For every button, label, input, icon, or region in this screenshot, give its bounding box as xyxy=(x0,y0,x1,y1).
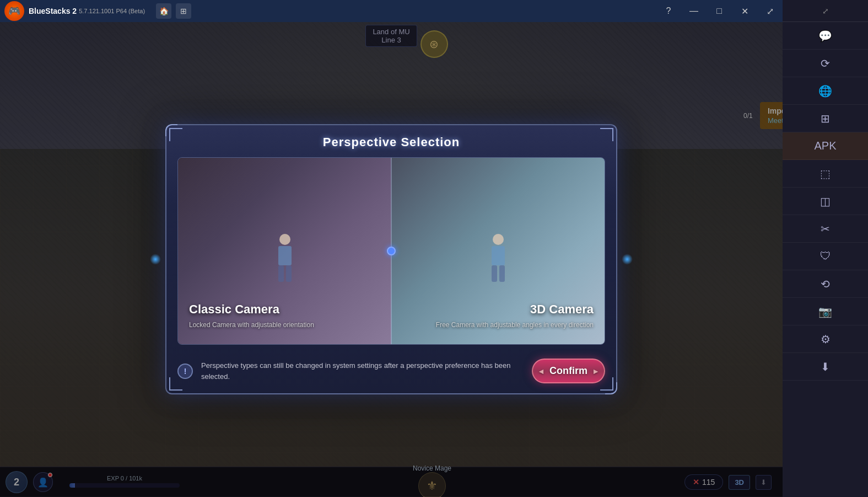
3d-camera-character xyxy=(476,234,520,300)
char-head-r xyxy=(493,234,504,245)
maximize-button[interactable]: □ xyxy=(707,0,732,22)
char-figure-left xyxy=(268,234,301,289)
3d-camera-option[interactable]: 3D Camera Free Camera with adjustable an… xyxy=(391,158,605,344)
char-legs-r xyxy=(482,265,515,282)
char-figure-right xyxy=(482,234,515,289)
sidebar-apk-button[interactable]: APK xyxy=(783,132,868,160)
sidebar-shield-button[interactable]: 🛡 xyxy=(783,243,868,270)
right-sidebar: ⤢ 💬 ⟳ 🌐 ⊞ APK ⬚ ◫ ✂ 🛡 ⟲ 📷 ⚙ ⬇ xyxy=(783,0,868,497)
corner-bracket-tr xyxy=(600,128,613,141)
sidebar-restore-button[interactable]: ⟲ xyxy=(783,270,868,298)
char-body-r xyxy=(492,246,505,265)
dialog-title: Perspective Selection xyxy=(166,125,616,157)
sidebar-chat-button[interactable]: 💬 xyxy=(783,22,868,50)
corner-bracket-br xyxy=(600,377,613,391)
close-button[interactable]: ✕ xyxy=(732,0,757,22)
titlebar: 🎮 BlueStacks 2 5.7.121.1001 P64 (Beta) 🏠… xyxy=(0,0,783,22)
titlebar-nav: 🏠 ⊞ xyxy=(156,3,191,19)
classic-camera-option[interactable]: Classic Camera Locked Camera with adjust… xyxy=(178,158,391,344)
sidebar-layers-button[interactable]: ◫ xyxy=(783,188,868,215)
sidebar-refresh-button[interactable]: ⟳ xyxy=(783,50,868,77)
dialog-footer: ! Perspective types can still be changed… xyxy=(166,353,616,393)
sidebar-camera-button[interactable]: 📷 xyxy=(783,298,868,325)
char-legs xyxy=(268,265,301,282)
home-button[interactable]: 🏠 xyxy=(156,3,171,19)
sidebar-settings-button[interactable]: ⚙ xyxy=(783,325,868,353)
classic-camera-character xyxy=(263,234,307,300)
titlebar-controls: ? — □ ✕ ⤢ xyxy=(656,0,783,22)
camera-divider xyxy=(391,158,392,344)
classic-camera-desc: Locked Camera with adjustable orientatio… xyxy=(178,321,391,329)
corner-bracket-tl xyxy=(169,128,182,141)
minimize-button[interactable]: — xyxy=(681,0,707,22)
info-text: Perspective types can still be changed i… xyxy=(201,360,524,382)
side-light-right xyxy=(622,254,633,265)
confirm-button[interactable]: Confirm xyxy=(532,359,605,383)
camera-options-container: Classic Camera Locked Camera with adjust… xyxy=(177,157,605,345)
expand-button[interactable]: ⤢ xyxy=(757,0,783,22)
char-body xyxy=(278,246,292,265)
sidebar-tools-button[interactable]: ✂ xyxy=(783,215,868,243)
sidebar-capture-button[interactable]: ⬚ xyxy=(783,160,868,188)
3d-camera-name: 3D Camera xyxy=(391,302,605,317)
multiwindow-button[interactable]: ⊞ xyxy=(176,3,191,19)
classic-camera-name: Classic Camera xyxy=(178,302,391,317)
sidebar-location-button[interactable]: 🌐 xyxy=(783,77,868,105)
help-button[interactable]: ? xyxy=(656,0,681,22)
app-name: BlueStacks 2 xyxy=(29,7,77,15)
char-leg-rr xyxy=(499,265,505,282)
app-version: 5.7.121.1001 P64 (Beta) xyxy=(79,8,145,14)
sidebar-grid-button[interactable]: ⊞ xyxy=(783,105,868,132)
char-leg-r xyxy=(286,265,292,282)
dialog-overlay: Perspective Selection xyxy=(0,22,783,496)
sidebar-download-button[interactable]: ⬇ xyxy=(783,353,868,381)
char-leg-rl xyxy=(492,265,497,282)
app-logo: 🎮 xyxy=(4,1,24,21)
sidebar-expand-button[interactable]: ⤢ xyxy=(783,0,868,22)
3d-camera-desc: Free Camera with adjustable angles in ev… xyxy=(391,321,605,329)
char-leg-l xyxy=(278,265,284,282)
corner-bracket-bl xyxy=(169,377,182,391)
char-head xyxy=(279,234,290,245)
perspective-dialog: Perspective Selection xyxy=(165,124,617,394)
info-icon: ! xyxy=(177,364,193,379)
camera-divider-dot xyxy=(387,247,396,255)
side-light-left xyxy=(150,254,161,265)
